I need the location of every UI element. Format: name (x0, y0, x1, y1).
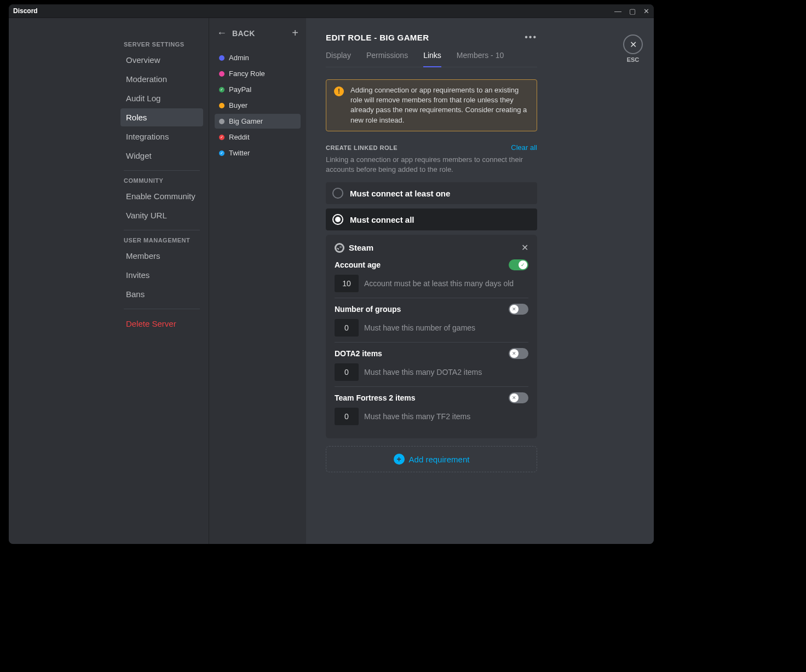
requirement-row: Number of groups✕Must have this number o… (335, 298, 528, 342)
role-item-buyer[interactable]: Buyer (215, 98, 301, 113)
tab-permissions[interactable]: Permissions (366, 51, 408, 67)
sidebar-item-vanity-url[interactable]: Vanity URL (120, 206, 203, 224)
add-requirement-button[interactable]: + Add requirement (326, 446, 537, 472)
requirement-value-input[interactable] (335, 408, 359, 425)
sidebar-item-invites[interactable]: Invites (120, 266, 203, 284)
tabs: DisplayPermissionsLinksMembers - 10 (326, 51, 537, 67)
role-item-big-gamer[interactable]: Big Gamer (215, 114, 301, 129)
requirement-description: Must have this many DOTA2 items (364, 368, 482, 376)
close-label: ESC (623, 56, 643, 63)
role-item-paypal[interactable]: ✓PayPal (215, 82, 301, 97)
radio-connect-one[interactable]: Must connect at least one (326, 182, 537, 204)
role-label: PayPal (229, 85, 251, 94)
radio-label: Must connect all (350, 215, 414, 224)
toggle-knob: ✕ (510, 393, 519, 402)
warning-icon: ! (334, 86, 344, 96)
role-color-dot (219, 103, 224, 108)
toggle-knob: ✓ (519, 260, 527, 269)
requirement-toggle[interactable]: ✕ (509, 348, 528, 359)
role-label: Admin (229, 54, 249, 62)
role-label: Twitter (229, 149, 250, 157)
role-item-admin[interactable]: Admin (215, 50, 301, 65)
minimize-icon[interactable]: — (614, 7, 621, 15)
role-color-dot (219, 119, 224, 124)
roles-column: ← BACK + AdminFancy Role✓PayPalBuyerBig … (209, 18, 306, 544)
requirement-label: Team Fortress 2 items (335, 393, 416, 402)
requirement-card-steam: Steam ✕ Account age✓Account must be at l… (326, 235, 537, 438)
role-color-dot (219, 71, 224, 77)
sidebar-item-overview[interactable]: Overview (120, 51, 203, 69)
maximize-icon[interactable]: ▢ (629, 7, 636, 15)
requirement-value-input[interactable] (335, 319, 359, 337)
sidebar-item-audit-log[interactable]: Audit Log (120, 89, 203, 107)
app-brand: Discord (13, 7, 38, 15)
role-color-dot: ✓ (219, 87, 224, 92)
add-requirement-label: Add requirement (409, 455, 470, 464)
role-item-reddit[interactable]: ✓Reddit (215, 130, 301, 144)
divider (124, 230, 200, 230)
titlebar: Discord — ▢ ✕ (9, 4, 654, 18)
requirement-row: Account age✓Account must be at least thi… (335, 259, 528, 298)
requirement-value-input[interactable] (335, 363, 359, 381)
role-color-dot (219, 55, 224, 61)
sidebar-item-bans[interactable]: Bans (120, 285, 203, 303)
section-title: CREATE LINKED ROLE (326, 144, 398, 151)
svg-point-2 (340, 246, 341, 247)
page-title: EDIT ROLE - BIG GAMER (326, 33, 429, 42)
requirement-toggle[interactable]: ✕ (509, 392, 528, 403)
requirement-label: Account age (335, 260, 381, 269)
sidebar-item-enable-community[interactable]: Enable Community (120, 187, 203, 205)
role-label: Big Gamer (229, 117, 263, 125)
more-menu-icon[interactable]: ••• (525, 32, 537, 42)
settings-sidebar: SERVER SETTINGS Overview Moderation Audi… (9, 18, 209, 544)
sidebar-item-integrations[interactable]: Integrations (120, 128, 203, 146)
group-server-settings: SERVER SETTINGS (124, 41, 200, 48)
tab-display[interactable]: Display (326, 51, 351, 67)
sidebar-item-delete-server[interactable]: Delete Server (120, 315, 203, 333)
role-label: Reddit (229, 133, 250, 141)
requirement-title: Steam (349, 243, 373, 252)
add-role-icon[interactable]: + (292, 27, 298, 39)
group-community: COMMUNITY (124, 177, 200, 184)
divider (124, 170, 200, 171)
remove-requirement-icon[interactable]: ✕ (521, 242, 528, 253)
back-label: BACK (232, 29, 255, 38)
requirement-value-input[interactable] (335, 275, 359, 292)
requirement-description: Must have this number of games (364, 323, 475, 332)
role-item-twitter[interactable]: ✓Twitter (215, 146, 301, 160)
warning-banner: ! Adding connection or app requirements … (326, 79, 537, 131)
radio-icon (332, 214, 343, 225)
toggle-knob: ✕ (510, 305, 519, 314)
requirement-row: Team Fortress 2 items✕Must have this man… (335, 386, 528, 431)
tab-links[interactable]: Links (423, 51, 441, 67)
requirement-toggle[interactable]: ✓ (509, 259, 528, 270)
group-user-management: USER MANAGEMENT (124, 237, 200, 244)
radio-connect-all[interactable]: Must connect all (326, 208, 537, 230)
role-item-fancy-role[interactable]: Fancy Role (215, 66, 301, 81)
toggle-knob: ✕ (510, 349, 519, 358)
requirement-description: Must have this many TF2 items (364, 412, 470, 421)
close-window-icon[interactable]: ✕ (643, 7, 649, 15)
sidebar-item-widget[interactable]: Widget (120, 147, 203, 165)
arrow-left-icon: ← (217, 27, 227, 39)
back-button[interactable]: ← BACK (217, 27, 255, 39)
role-label: Fancy Role (229, 69, 265, 78)
sidebar-item-members[interactable]: Members (120, 247, 203, 265)
role-label: Buyer (229, 101, 247, 109)
sidebar-item-roles[interactable]: Roles (120, 108, 203, 126)
requirement-label: Number of groups (335, 305, 401, 314)
requirement-toggle[interactable]: ✕ (509, 304, 528, 315)
clear-all-button[interactable]: Clear all (511, 143, 537, 152)
requirement-label: DOTA2 items (335, 349, 382, 358)
content-area: ✕ ESC EDIT ROLE - BIG GAMER ••• DisplayP… (306, 18, 654, 544)
warning-text: Adding connection or app requirements to… (350, 85, 529, 125)
requirement-row: DOTA2 items✕Must have this many DOTA2 it… (335, 342, 528, 386)
tab-members[interactable]: Members - 10 (457, 51, 504, 67)
section-description: Linking a connection or app requires mem… (326, 155, 537, 175)
close-button[interactable]: ✕ (623, 34, 643, 54)
divider (124, 309, 200, 309)
plus-circle-icon: + (394, 454, 405, 465)
radio-label: Must connect at least one (350, 189, 450, 198)
role-color-dot: ✓ (219, 135, 224, 140)
sidebar-item-moderation[interactable]: Moderation (120, 70, 203, 88)
